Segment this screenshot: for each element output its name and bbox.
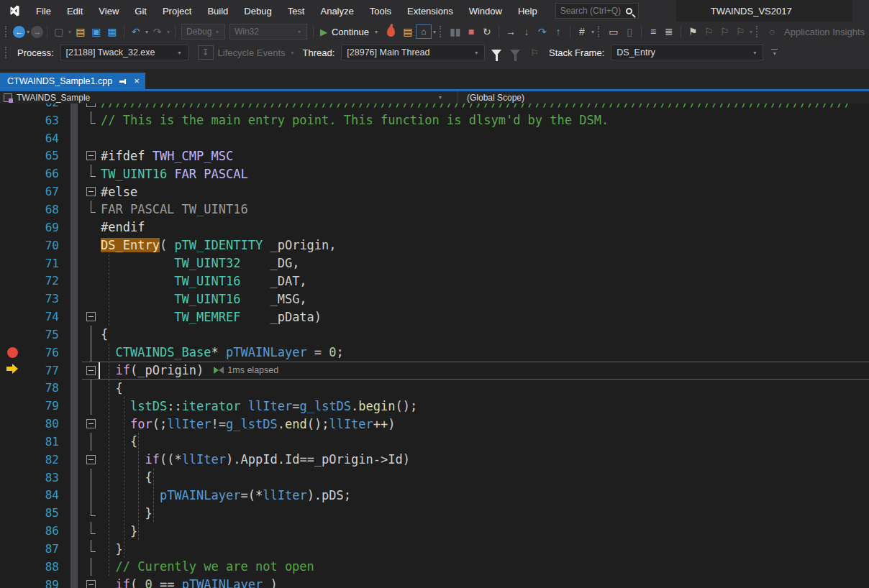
code-line-81[interactable]: 81 {	[0, 433, 869, 451]
back-dropdown-icon[interactable]: ▾	[25, 29, 31, 35]
code-text[interactable]: pTWAINLayer=(*llIter).pDS;	[101, 487, 869, 505]
step-into-icon[interactable]: ↓	[519, 24, 534, 40]
snapshot-dropdown-icon[interactable]: ▾	[432, 29, 437, 35]
collapse-region-icon[interactable]	[86, 187, 96, 196]
breakpoint-icon[interactable]	[7, 347, 18, 358]
breakpoint-margin[interactable]	[0, 469, 26, 487]
breakpoint-margin[interactable]	[0, 362, 26, 380]
code-text[interactable]: #else	[101, 183, 869, 201]
undo-icon[interactable]: ↶	[129, 24, 143, 40]
code-text[interactable]: for(;llIter!=g_lstDS.end();llIter++)	[101, 415, 869, 433]
collapse-region-icon[interactable]	[86, 419, 96, 428]
code-text[interactable]: TW_UINT32 _DG,	[101, 254, 869, 272]
prev-bookmark-icon[interactable]: ⚐	[701, 24, 716, 40]
breakpoint-margin[interactable]	[0, 522, 26, 540]
code-line-85[interactable]: 85 }	[0, 504, 869, 522]
types-dropdown[interactable]: TWAINDS_Sample ▾	[0, 91, 458, 104]
pin-tab-icon[interactable]	[119, 78, 127, 85]
save-icon[interactable]: ▣	[89, 24, 104, 40]
menu-project[interactable]: Project	[155, 0, 199, 22]
code-line-77[interactable]: 77 if(_pOrigin)1ms elapsed	[0, 362, 869, 380]
breakpoint-margin[interactable]	[0, 558, 26, 576]
solution-platform-dropdown[interactable]: Win32▾	[229, 24, 307, 40]
outlining-margin[interactable]	[82, 451, 101, 469]
outlining-margin[interactable]	[82, 165, 101, 183]
collapse-region-icon[interactable]	[86, 580, 96, 588]
step-out-icon[interactable]: ↑	[551, 24, 565, 40]
outlining-margin[interactable]	[82, 415, 101, 433]
breakpoint-margin[interactable]	[0, 504, 26, 522]
code-text[interactable]: TW_UINT16 FAR PASCAL	[101, 165, 869, 183]
outlining-margin[interactable]	[82, 540, 101, 558]
code-line-70[interactable]: 70DS_Entry( pTW_IDENTITY _pOrigin,	[0, 236, 869, 254]
outlining-margin[interactable]	[82, 380, 101, 398]
continue-button[interactable]: ▶ Continue ▾	[320, 27, 379, 37]
collapse-region-icon[interactable]	[86, 366, 96, 375]
toolbar-grip[interactable]	[5, 26, 9, 37]
outlining-margin[interactable]	[82, 469, 101, 487]
parallel-stacks-icon[interactable]: ▯	[622, 24, 637, 40]
code-line-87[interactable]: 87 }	[0, 540, 869, 558]
forward-icon[interactable]: →	[31, 26, 43, 38]
collapse-region-icon[interactable]	[86, 151, 96, 160]
code-text[interactable]: #endif	[101, 219, 869, 236]
outlining-margin[interactable]	[82, 236, 101, 254]
code-text[interactable]: CTWAINDS_Base* pTWAINLayer = 0;	[101, 344, 869, 362]
flag-threads-icon[interactable]: ≣	[662, 24, 676, 40]
code-line-88[interactable]: 88 // Curently we are not open	[0, 558, 869, 576]
code-line-89[interactable]: 89 if( 0 == pTWAINLayer )	[0, 576, 869, 588]
outlining-margin[interactable]	[82, 111, 101, 129]
code-line-63[interactable]: 63// This is the main entry point. This …	[0, 111, 869, 129]
breakpoint-margin[interactable]	[0, 380, 26, 398]
members-dropdown[interactable]: (Global Scope)	[458, 91, 869, 104]
breakpoint-margin[interactable]	[0, 236, 26, 254]
code-line-66[interactable]: 66TW_UINT16 FAR PASCAL	[0, 165, 869, 183]
outlining-margin[interactable]	[82, 254, 101, 272]
code-text[interactable]: }	[101, 540, 869, 558]
outlining-margin[interactable]	[82, 397, 101, 415]
code-line-86[interactable]: 86 }	[0, 522, 869, 540]
breakpoint-margin[interactable]	[0, 397, 26, 415]
menu-extensions[interactable]: Extensions	[399, 0, 461, 22]
redo-dropdown-icon[interactable]: ▾	[165, 29, 171, 35]
breakpoint-margin[interactable]	[0, 540, 26, 558]
undo-dropdown-icon[interactable]: ▾	[144, 29, 150, 35]
breakpoint-margin[interactable]	[0, 451, 26, 469]
close-tab-icon[interactable]: ×	[134, 76, 140, 86]
code-line-83[interactable]: 83 {	[0, 469, 869, 487]
collapse-region-icon[interactable]	[86, 455, 96, 464]
breakpoint-margin[interactable]	[0, 308, 26, 326]
menu-debug[interactable]: Debug	[236, 0, 279, 22]
outlining-margin[interactable]	[82, 147, 101, 165]
code-line-73[interactable]: 73 TW_UINT16 _MSG,	[0, 290, 869, 308]
menu-git[interactable]: Git	[127, 0, 155, 22]
outlining-margin[interactable]	[82, 183, 101, 201]
breakpoint-margin[interactable]	[0, 104, 26, 111]
code-line-68[interactable]: 68FAR PASCAL TW_UINT16	[0, 201, 869, 219]
debugbar-grip[interactable]	[5, 47, 9, 58]
perf-tip[interactable]: 1ms elapsed	[214, 365, 278, 375]
toolbar-grip[interactable]	[598, 26, 601, 37]
new-file-icon[interactable]: ▢	[52, 24, 66, 40]
code-text[interactable]	[101, 129, 869, 147]
types-dropdown-caret-icon[interactable]: ▾	[439, 94, 442, 101]
redo-icon[interactable]: ↷	[150, 24, 165, 40]
bookmark-dropdown-icon[interactable]: ▾	[748, 29, 754, 35]
filter-threads-icon[interactable]	[491, 50, 501, 56]
code-line-71[interactable]: 71 TW_UINT32 _DG,	[0, 254, 869, 272]
menu-tools[interactable]: Tools	[362, 0, 399, 22]
outlining-margin[interactable]	[82, 433, 101, 451]
code-line-79[interactable]: 79 lstDS::iterator llIter=g_lstDS.begin(…	[0, 397, 869, 415]
breakpoint-margin[interactable]	[0, 272, 26, 290]
code-text[interactable]: TW_UINT16 _MSG,	[101, 290, 869, 308]
tab-ctwainds-sample1[interactable]: CTWAINDS_Sample1.cpp ×	[0, 73, 145, 89]
outlining-margin[interactable]	[82, 219, 101, 236]
outlining-margin[interactable]	[82, 344, 101, 362]
breakpoint-margin[interactable]	[0, 165, 26, 183]
outlining-margin[interactable]	[82, 326, 101, 344]
folder-search-icon[interactable]: ▤	[401, 24, 415, 40]
menu-view[interactable]: View	[91, 0, 127, 22]
continue-dropdown-icon[interactable]: ▾	[373, 29, 379, 35]
code-text[interactable]: if(_pOrigin)1ms elapsed	[101, 362, 869, 380]
breakpoint-margin[interactable]	[0, 183, 26, 201]
